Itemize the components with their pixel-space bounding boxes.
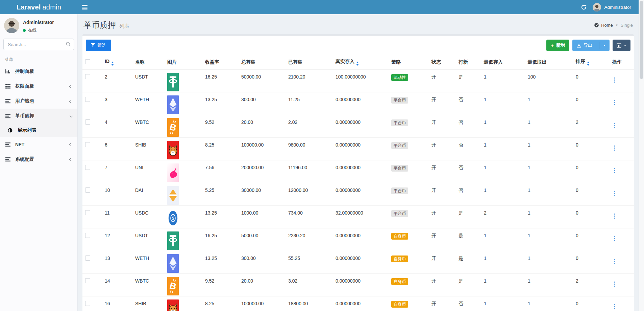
row-actions-button[interactable]	[612, 122, 617, 129]
svg-text:$: $	[172, 216, 174, 221]
align-left-icon	[5, 157, 11, 162]
sidebar-item-5[interactable]: 系统配置	[0, 152, 77, 167]
cell-sort: 0	[573, 228, 610, 251]
cell-total-raise: 20.00	[239, 274, 286, 296]
cell-name: UNI	[132, 160, 165, 183]
cell-subscribe: 否	[456, 92, 481, 115]
row-actions-button[interactable]	[612, 303, 617, 311]
sidebar-item-1[interactable]: 权限面板	[0, 79, 77, 94]
export-button[interactable]: 导出	[572, 40, 597, 51]
refresh-icon[interactable]	[581, 4, 587, 10]
funnel-icon	[91, 43, 95, 47]
top-navbar: Laravel admin Administrator	[0, 0, 639, 14]
col-header-7[interactable]: 真实存入	[333, 55, 389, 70]
add-button[interactable]: + 新增	[546, 40, 569, 51]
user-menu[interactable]: Administrator	[593, 3, 631, 12]
cell-id: 11	[102, 206, 132, 228]
cell-sort: 0	[573, 70, 610, 92]
breadcrumb-home-link[interactable]: Home	[594, 23, 613, 28]
chevron-left-icon	[70, 158, 72, 161]
cell-name: USDT	[132, 70, 165, 92]
cell-subscribe: 是	[456, 228, 481, 251]
cell-min-withdraw: 1	[525, 206, 573, 228]
row-actions-button[interactable]	[612, 145, 617, 152]
coin-image-shib	[167, 299, 179, 311]
export-dropdown-button[interactable]	[599, 42, 610, 49]
col-header-6: 已募集	[286, 55, 333, 70]
cell-total-raise: 1000.00	[239, 206, 286, 228]
sort-carets-icon[interactable]	[587, 62, 590, 66]
search-input[interactable]	[3, 39, 74, 50]
row-checkbox[interactable]	[85, 301, 90, 306]
coin-image-shib	[167, 141, 179, 159]
sidebar-item-4[interactable]: NFT	[0, 137, 77, 152]
sidebar-subitem-3-0[interactable]: 展示列表	[0, 124, 77, 137]
cell-sort: 0	[573, 92, 610, 115]
sidebar-item-2[interactable]: 用户钱包	[0, 94, 77, 109]
chevron-down-icon	[70, 115, 72, 117]
row-checkbox[interactable]	[85, 97, 90, 102]
cell-name: DAI	[132, 183, 165, 206]
cell-raised: 3.02	[286, 274, 333, 296]
sidebar-item-label: 控制面板	[15, 68, 34, 74]
search-icon[interactable]	[66, 42, 71, 47]
col-header-3: 图片	[165, 55, 202, 70]
row-actions-button[interactable]	[612, 213, 617, 220]
row-actions-button[interactable]	[612, 190, 617, 197]
cell-min-deposit: 2	[481, 206, 525, 228]
coin-image-weth	[167, 254, 179, 273]
cell-rate: 7.56	[202, 160, 239, 183]
table-row: 12USDT16.255000.002230.200.00000000自身币开是…	[82, 228, 634, 251]
cell-status: 开	[429, 183, 456, 206]
sidebar-toggle-button[interactable]	[78, 0, 92, 14]
cell-raised: 2.02	[286, 115, 333, 138]
col-header-label: 最低取出	[528, 59, 547, 65]
user-status-label: 在线	[28, 27, 36, 33]
row-checkbox[interactable]	[85, 119, 90, 125]
strategy-badge: 自身币	[391, 278, 408, 285]
cell-min-deposit: 1	[481, 183, 525, 206]
grid-card: 筛选 + 新增 导出	[82, 35, 634, 311]
cell-real-deposit: 0.00000000	[333, 160, 389, 183]
strategy-badge: 平台币	[391, 187, 408, 194]
row-checkbox[interactable]	[85, 165, 90, 170]
row-checkbox[interactable]	[85, 74, 90, 79]
filter-button[interactable]: 筛选	[86, 40, 111, 51]
cell-raised: 18800.00	[286, 296, 333, 311]
sidebar-item-3[interactable]: 单币质押	[0, 109, 77, 124]
row-checkbox[interactable]	[85, 278, 90, 283]
row-actions-button[interactable]	[612, 235, 617, 243]
cell-min-withdraw: 1	[525, 274, 573, 296]
row-checkbox[interactable]	[85, 210, 90, 215]
caret-down-icon	[603, 45, 606, 46]
row-checkbox[interactable]	[85, 187, 90, 193]
row-checkbox[interactable]	[85, 142, 90, 147]
sort-carets-icon[interactable]	[356, 62, 359, 66]
cell-rate: 16.25	[202, 228, 239, 251]
row-actions-button[interactable]	[612, 258, 617, 265]
row-checkbox[interactable]	[85, 256, 90, 261]
strategy-badge: 自身币	[391, 233, 408, 240]
scrollbar-thumb[interactable]	[640, 1, 643, 79]
row-actions-button[interactable]	[612, 76, 617, 84]
col-header-1[interactable]: ID	[102, 55, 132, 70]
row-actions-button[interactable]	[612, 167, 617, 175]
col-header-12: 最低取出	[525, 55, 573, 70]
cell-status: 开	[429, 228, 456, 251]
avatar[interactable]	[4, 18, 19, 33]
cell-rate: 9.52	[202, 274, 239, 296]
row-actions-button[interactable]	[612, 99, 617, 107]
sort-carets-icon[interactable]	[111, 62, 114, 66]
cell-min-deposit: 1	[481, 274, 525, 296]
table-row: 10DAI5.2530000.0012000.000.00000000平台币开否…	[82, 183, 634, 206]
col-header-13[interactable]: 排序	[573, 55, 610, 70]
sidebar-item-0[interactable]: 控制面板	[0, 64, 77, 79]
page-title: 单币质押 列表	[83, 20, 129, 30]
strategy-badge: 平台币	[391, 210, 408, 217]
brand-logo[interactable]: Laravel admin	[0, 0, 78, 14]
row-checkbox[interactable]	[85, 233, 90, 238]
column-selector-button[interactable]	[613, 40, 630, 51]
strategy-badge: 平台币	[391, 142, 408, 149]
row-actions-button[interactable]	[612, 281, 617, 288]
select-all-checkbox[interactable]	[85, 59, 90, 64]
